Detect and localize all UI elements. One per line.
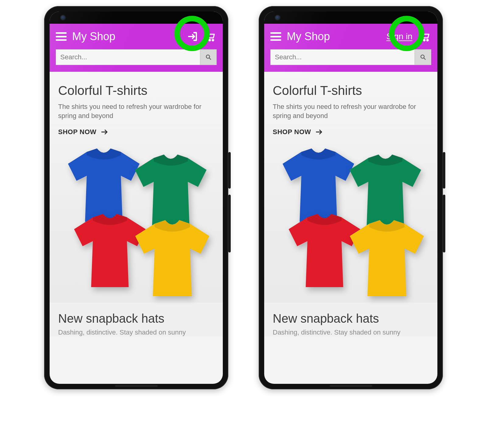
hats-section: New snapback hats Dashing, distinctive. … [264, 303, 437, 336]
shop-now-button[interactable]: SHOP NOW [58, 128, 109, 136]
phone-frame-right: My Shop Sign in [259, 6, 443, 389]
tshirt-image [273, 141, 429, 300]
power-button [443, 152, 445, 189]
cart-button[interactable] [205, 30, 217, 43]
menu-button[interactable] [56, 32, 67, 41]
volume-button [443, 195, 445, 252]
search-button[interactable] [415, 49, 431, 65]
svg-point-6 [427, 40, 428, 41]
power-button [228, 152, 231, 189]
hats-subtitle: Dashing, distinctive. Stay shaded on sun… [58, 328, 214, 336]
app-title: My Shop [72, 30, 115, 43]
svg-point-0 [209, 40, 211, 41]
arrow-right-icon [315, 128, 323, 136]
svg-line-3 [209, 58, 211, 60]
status-bar [264, 12, 437, 24]
app-title: My Shop [287, 30, 330, 43]
phone-screen: My Shop Sign in [264, 12, 437, 384]
app-bar: My Shop [50, 24, 223, 72]
svg-point-1 [212, 40, 214, 41]
status-bar [50, 12, 223, 24]
hero-subtitle: The shirts you need to refresh your ward… [273, 102, 425, 120]
hero-subtitle: The shirts you need to refresh your ward… [58, 102, 210, 120]
svg-line-8 [424, 58, 425, 60]
cart-button[interactable] [419, 30, 431, 43]
hero-title: Colorful T-shirts [58, 83, 214, 98]
hero-section: Colorful T-shirts The shirts you need to… [264, 72, 437, 303]
hats-subtitle: Dashing, distinctive. Stay shaded on sun… [273, 328, 429, 336]
hero-section: Colorful T-shirts The shirts you need to… [50, 72, 223, 303]
phone-frame-left: My Shop [44, 6, 228, 389]
search-input[interactable] [270, 49, 415, 65]
shop-now-button[interactable]: SHOP NOW [273, 128, 323, 136]
hats-section: New snapback hats Dashing, distinctive. … [50, 303, 223, 336]
phone-comparison: My Shop [0, 0, 487, 395]
phone-screen: My Shop [50, 12, 223, 384]
arrow-right-icon [101, 128, 109, 136]
shop-now-label: SHOP NOW [58, 128, 96, 136]
hats-title: New snapback hats [58, 312, 214, 325]
signin-link[interactable]: Sign in [385, 31, 414, 42]
menu-button[interactable] [270, 32, 281, 41]
hero-title: Colorful T-shirts [273, 83, 429, 98]
volume-button [228, 195, 231, 252]
tshirt-image [58, 141, 214, 300]
search-bar [56, 49, 217, 65]
shop-now-label: SHOP NOW [273, 128, 311, 136]
login-icon[interactable] [187, 30, 199, 43]
search-input[interactable] [56, 49, 200, 65]
search-button[interactable] [200, 49, 217, 65]
search-bar [270, 49, 431, 65]
app-bar: My Shop Sign in [264, 24, 437, 72]
svg-point-5 [424, 40, 425, 41]
hats-title: New snapback hats [273, 312, 429, 325]
